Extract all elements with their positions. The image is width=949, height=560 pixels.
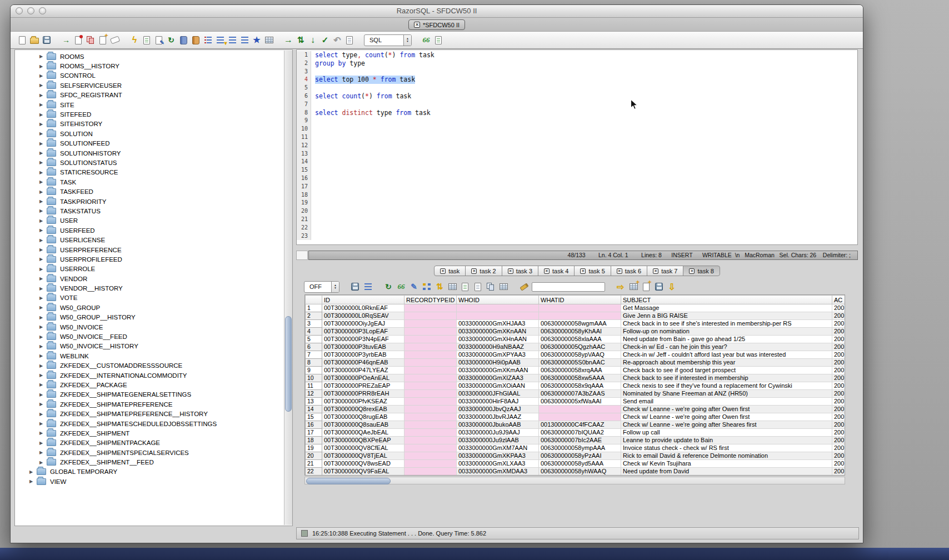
tree-item-sitehistory[interactable]: ▶SITEHISTORY [16,119,283,129]
cell-subject[interactable]: Check nexis to see if they've found a re… [621,382,832,390]
cell-recordtypeid[interactable] [404,312,457,320]
editor-line[interactable]: 1select type, count(*) from task [297,51,857,59]
zoom-window-button[interactable] [39,7,46,14]
tree-item-global-temporary[interactable]: ▶GLOBAL TEMPORARY [16,467,283,477]
tree-item-w50_invoice__history[interactable]: ▶W50_INVOICE__HISTORY [16,342,283,351]
row-number[interactable]: 19 [306,444,322,452]
cell-subject[interactable]: Follow-up on nomination [621,328,832,336]
tree-item-rooms[interactable]: ▶ROOMS [16,52,283,61]
cell-recordtypeid[interactable] [404,390,457,398]
tree-item-zkfedex__package[interactable]: ▶ZKFEDEX__PACKAGE [16,380,283,389]
cell-ac[interactable]: 200 [832,444,845,452]
tree-scrollbar-thumb[interactable] [285,316,292,412]
tree-item-zkfedex__shipment__feed[interactable]: ▶ZKFEDEX__SHIPMENT__FEED [16,457,283,467]
cell-ac[interactable]: 200 [832,382,845,390]
row-number[interactable]: 13 [306,398,322,406]
cell-ac[interactable]: 200 [832,304,845,312]
copy-results-icon[interactable] [486,281,496,292]
tree-item-taskstatus[interactable]: ▶TASKSTATUS [16,206,283,216]
row-number[interactable]: 10 [306,374,322,382]
cell-ac[interactable]: 200 [832,390,845,398]
cell-whatid[interactable]: 006300000058ypVAAQ [539,351,621,359]
cell-whatid[interactable]: 006300000058xrqAAA [539,367,621,374]
swap-arrows-icon[interactable]: ⇅ [296,34,306,46]
row-number[interactable]: 5 [306,336,322,343]
export-file-icon[interactable] [73,34,83,46]
save-results-icon[interactable] [350,281,360,292]
tree-item-taskfeed[interactable]: ▶TASKFEED [16,187,283,196]
sql-editor[interactable]: 1select type, count(*) from task2group b… [296,49,858,245]
cell-whatid[interactable] [539,304,621,312]
row-number[interactable]: 6 [306,343,322,351]
cell-subject[interactable]: Need update from Bain - gave go ahead 1/… [621,336,832,343]
editor-line[interactable]: 21 [297,216,857,224]
row-number[interactable]: 2 [306,312,322,320]
result-tab-task[interactable]: ✕task [434,266,466,276]
cell-recordtypeid[interactable] [404,336,457,343]
table-row[interactable]: 1800T3000000QBXPeEAP0033000000Ju9zlAAB00… [306,437,845,444]
cell-ac[interactable]: 200 [832,437,845,444]
table-row[interactable]: 1600T3000000Q8sauEAB0033000000JbukoAAB00… [306,421,845,429]
tree-item-zkfedex__shipmatescheduledjobssettings[interactable]: ▶ZKFEDEX__SHIPMATESCHEDULEDJOBSSETTINGS [16,419,283,428]
result-tab-task-4[interactable]: ✕task 4 [538,266,575,276]
commit-check-icon[interactable]: ✓ [320,34,330,46]
open-file-icon[interactable] [29,34,39,46]
cell-subject[interactable]: Need update from David [621,468,832,476]
cell-recordtypeid[interactable] [404,437,457,444]
cell-id[interactable]: 00T3000000P3N4pEAF [322,336,404,343]
cell-subject[interactable]: Nominated by Shane Freeman at ANZ (HR50) [621,390,832,398]
cell-whoid[interactable]: 0033000000GmXOiAAN [457,382,539,390]
cell-id[interactable]: 00T3000000QBXPeEAP [322,437,404,444]
tree-item-w50_group[interactable]: ▶W50_GROUP [16,303,283,312]
edit-sql-icon[interactable] [154,34,164,46]
tree-item-vendor__history[interactable]: ▶VENDOR__HISTORY [16,283,283,293]
disclosure-triangle-icon[interactable]: ▶ [39,421,47,426]
cell-whoid[interactable]: 0033000000H9aNBAAZ [457,343,539,351]
table-row[interactable]: 900T3000000P47LYEAZ0033000000GmXKmAAN006… [306,367,845,374]
tree-item-solutionhistory[interactable]: ▶SOLUTIONHISTORY [16,148,283,158]
related-data-icon[interactable] [422,281,432,292]
highlight-pen-icon[interactable] [519,281,529,292]
cell-recordtypeid[interactable] [404,382,457,390]
table-row[interactable]: 1000T3000000POeAnEAL0033000000GmXIZAA300… [306,374,845,382]
disclosure-triangle-icon[interactable]: ▶ [39,315,47,320]
go-next-icon[interactable]: ⇨ [616,281,626,292]
results-search-input[interactable] [532,282,605,292]
result-tab-task-8[interactable]: ✕task 8 [683,266,720,276]
column-header-WHOID[interactable]: WHOID [457,296,539,304]
disclosure-triangle-icon[interactable]: ▶ [39,305,47,310]
results-hscrollbar-thumb[interactable] [306,478,391,484]
rollback-arrow-icon[interactable]: ↶ [332,34,342,46]
tree-item-zkfedex__shipmatepreference[interactable]: ▶ZKFEDEX__SHIPMATEPREFERENCE [16,399,283,409]
editor-line[interactable]: 9 [297,117,857,125]
cell-whoid[interactable]: 0033000000GmXPYAA3 [457,351,539,359]
editor-line[interactable]: 10 [297,125,857,133]
result-tab-task-7[interactable]: ✕task 7 [647,266,683,276]
cell-whoid[interactable]: 0033000000GmXHnAAN [457,336,539,343]
reference-book-icon[interactable] [191,34,201,46]
cell-recordtypeid[interactable] [404,413,457,421]
disclosure-triangle-icon[interactable]: ▶ [39,431,47,436]
tab-close-icon[interactable]: ✕ [653,268,658,274]
cell-ac[interactable]: 200 [832,343,845,351]
cell-recordtypeid[interactable] [404,406,457,413]
table-row[interactable]: 300T3000000OiyJgEAJ0033000000GmXHJAA3006… [306,320,845,328]
import-file-icon[interactable]: → [61,34,71,46]
checklist-icon[interactable] [142,34,152,46]
cell-id[interactable]: 00T3000000P3tuvEAB [322,343,404,351]
tree-item-selfserviceuser[interactable]: ▶SELFSERVICEUSER [16,81,283,90]
cell-id[interactable]: 00T3000000L0RqSEAV [322,312,404,320]
cell-recordtypeid[interactable] [404,343,457,351]
disclosure-triangle-icon[interactable]: ▶ [39,199,47,204]
disclosure-triangle-icon[interactable]: ▶ [39,286,47,291]
tab-close-icon[interactable]: ✕ [508,268,513,274]
disclosure-triangle-icon[interactable]: ▶ [39,160,47,165]
disclosure-triangle-icon[interactable]: ▶ [39,392,47,397]
save-icon[interactable] [42,34,52,46]
tree-item-w50_invoice__feed[interactable]: ▶W50_INVOICE__FEED [16,332,283,341]
table-row[interactable]: 1500T3000000Q8rugEAB0033000000JbvRJAAZCh… [306,413,845,421]
disclosure-triangle-icon[interactable]: ▶ [39,151,47,156]
cell-whatid[interactable]: 00630000007bIc2AAE [539,437,621,444]
cell-whatid[interactable]: 00630000005xfWaAAI [539,398,621,406]
cell-id[interactable]: 00T3000000POeAnEAL [322,374,404,382]
